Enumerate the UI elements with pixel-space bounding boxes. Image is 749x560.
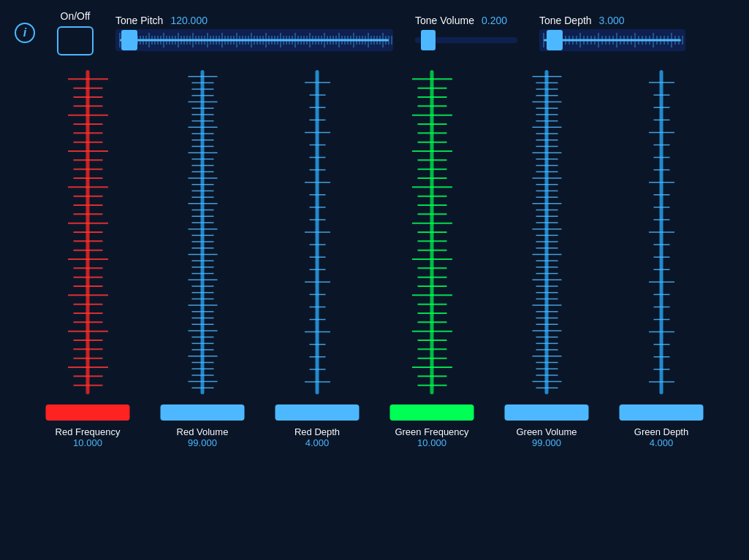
tone-pitch-value: 120.000 bbox=[170, 15, 208, 26]
tone-depth-slider[interactable] bbox=[539, 29, 685, 51]
red-volume-value: 99.000 bbox=[177, 437, 229, 448]
red-frequency-handle[interactable] bbox=[46, 404, 130, 421]
green-frequency-slider[interactable] bbox=[376, 70, 489, 421]
red-volume-name: Red Volume bbox=[177, 426, 229, 437]
red-volume-handle[interactable] bbox=[161, 404, 245, 421]
red-volume-group: Red Volume 99.000 bbox=[146, 70, 259, 448]
green-vol-ticks bbox=[490, 70, 604, 421]
red-depth-group: Red Depth 4.000 bbox=[261, 70, 374, 448]
on-off-label: On/Off bbox=[61, 10, 91, 22]
red-depth-slider[interactable] bbox=[261, 70, 374, 421]
main-sliders-area: Red Frequency 10.000 Red Volume 99.000 R… bbox=[0, 63, 749, 448]
red-depth-ticks bbox=[261, 70, 374, 421]
red-frequency-value: 10.000 bbox=[56, 437, 121, 448]
green-freq-ticks bbox=[376, 70, 489, 421]
red-depth-handle[interactable] bbox=[275, 404, 360, 421]
tone-volume-control: Tone Volume 0.200 bbox=[415, 15, 517, 51]
on-off-toggle[interactable] bbox=[57, 26, 94, 55]
green-volume-group: Green Volume 99.000 bbox=[490, 70, 604, 448]
green-depth-value: 4.000 bbox=[634, 437, 688, 448]
info-icon[interactable]: i bbox=[15, 23, 35, 43]
top-bar: i On/Off Tone Pitch 120.000 // ticks dra… bbox=[0, 0, 749, 63]
green-depth-group: Green Depth 4.000 bbox=[605, 70, 718, 448]
green-volume-slider[interactable] bbox=[490, 70, 604, 421]
red-frequency-name: Red Frequency bbox=[56, 426, 121, 437]
red-vol-ticks bbox=[146, 70, 259, 421]
tone-depth-label: Tone Depth bbox=[539, 15, 592, 26]
green-frequency-value: 10.000 bbox=[395, 437, 468, 448]
green-depth-slider[interactable] bbox=[605, 70, 718, 421]
red-depth-name: Red Depth bbox=[294, 426, 340, 437]
tone-depth-value: 3.000 bbox=[599, 15, 625, 26]
red-volume-slider[interactable] bbox=[146, 70, 259, 421]
tone-volume-slider[interactable] bbox=[415, 29, 517, 51]
pitch-ticks-svg: // ticks drawn inline below bbox=[115, 29, 393, 51]
tone-pitch-control: Tone Pitch 120.000 // ticks drawn inline… bbox=[115, 15, 393, 51]
green-depth-handle[interactable] bbox=[620, 404, 704, 421]
green-frequency-group: Green Frequency 10.000 bbox=[376, 70, 489, 448]
green-volume-value: 99.000 bbox=[516, 437, 577, 448]
tone-volume-label: Tone Volume bbox=[415, 15, 474, 26]
pitch-handle[interactable] bbox=[121, 30, 137, 50]
green-volume-name: Green Volume bbox=[516, 426, 577, 437]
red-frequency-group: Red Frequency 10.000 bbox=[31, 70, 145, 448]
depth-handle[interactable] bbox=[547, 30, 563, 50]
green-frequency-handle[interactable] bbox=[390, 404, 474, 421]
red-frequency-slider[interactable] bbox=[31, 70, 145, 421]
tone-pitch-label: Tone Pitch bbox=[115, 15, 163, 26]
tone-pitch-slider[interactable]: // ticks drawn inline below bbox=[115, 29, 393, 51]
green-frequency-name: Green Frequency bbox=[395, 426, 468, 437]
red-freq-ticks bbox=[31, 70, 145, 421]
green-volume-handle[interactable] bbox=[505, 404, 589, 421]
red-depth-value: 4.000 bbox=[294, 437, 340, 448]
tone-depth-control: Tone Depth 3.000 bbox=[539, 15, 685, 51]
volume-handle[interactable] bbox=[421, 30, 436, 50]
green-depth-name: Green Depth bbox=[634, 426, 688, 437]
tone-volume-value: 0.200 bbox=[482, 15, 507, 26]
green-depth-ticks bbox=[605, 70, 718, 421]
